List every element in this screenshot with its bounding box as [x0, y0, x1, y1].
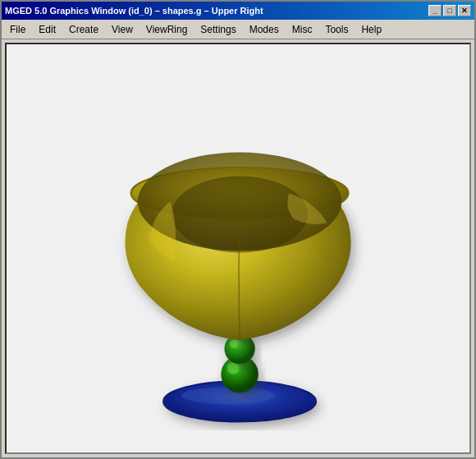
menu-settings[interactable]: Settings	[194, 22, 242, 37]
menu-modes[interactable]: Modes	[243, 22, 286, 37]
menu-view[interactable]: View	[105, 22, 140, 37]
menu-misc[interactable]: Misc	[286, 22, 319, 37]
menu-bar: File Edit Create View ViewRing Settings …	[2, 20, 474, 39]
menu-viewring[interactable]: ViewRing	[140, 22, 194, 37]
title-bar-controls: _ □ ✕	[428, 5, 471, 16]
menu-help[interactable]: Help	[355, 22, 388, 37]
close-button[interactable]: ✕	[458, 5, 471, 16]
menu-create[interactable]: Create	[62, 22, 105, 37]
menu-file[interactable]: File	[3, 22, 32, 37]
title-bar: MGED 5.0 Graphics Window (id_0) – shapes…	[2, 2, 474, 20]
svg-point-7	[230, 339, 238, 347]
graphics-canvas[interactable]	[5, 43, 471, 454]
3d-scene	[7, 44, 469, 452]
svg-point-5	[227, 362, 239, 374]
menu-tools[interactable]: Tools	[318, 22, 355, 37]
main-window: MGED 5.0 Graphics Window (id_0) – shapes…	[0, 0, 476, 459]
maximize-button[interactable]: □	[443, 5, 456, 16]
title-bar-text: MGED 5.0 Graphics Window (id_0) – shapes…	[5, 6, 263, 16]
svg-point-2	[181, 387, 275, 404]
minimize-button[interactable]: _	[428, 5, 442, 16]
menu-edit[interactable]: Edit	[32, 22, 62, 37]
